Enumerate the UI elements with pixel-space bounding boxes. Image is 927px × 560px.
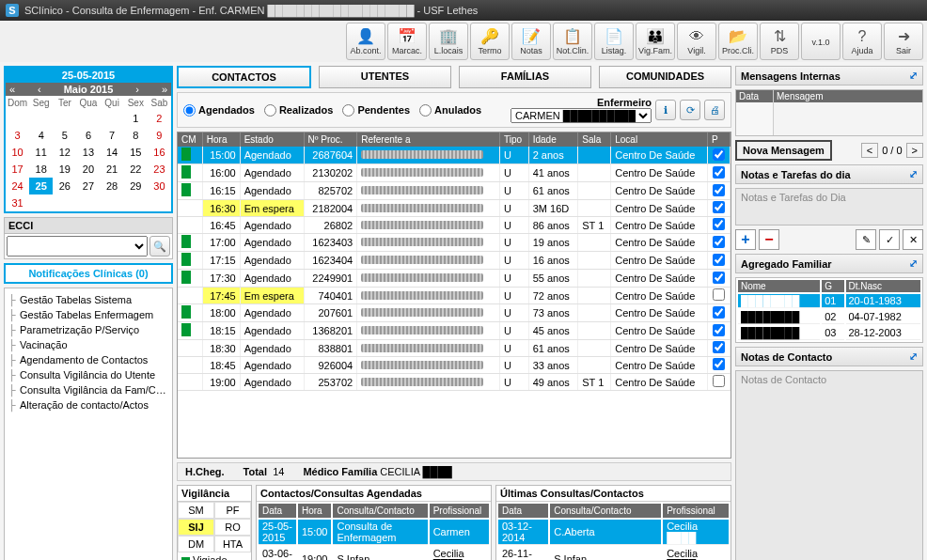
toolbar-notas[interactable]: 📝Notas <box>511 23 551 60</box>
filter-anulados[interactable]: Anulados <box>419 104 481 117</box>
appointment-row[interactable]: 15:00Agendado2687604U2 anosCentro De Saú… <box>178 147 731 164</box>
msg-next[interactable]: > <box>906 143 923 158</box>
toolbar-pds[interactable]: ⇅PDS <box>760 23 799 60</box>
tab-utentes[interactable]: UTENTES <box>319 66 451 88</box>
refresh-icon[interactable]: ⟳ <box>680 100 700 120</box>
calendar-day[interactable]: 31 <box>6 194 29 211</box>
tree-item[interactable]: Gestão Tabelas Enfermagem <box>7 307 170 322</box>
calendar-day[interactable]: 27 <box>76 178 100 194</box>
appointment-row[interactable]: 17:45Em espera740401U72 anosCentro De Sa… <box>178 288 731 304</box>
toolbar-llocais[interactable]: 🏢L.locais <box>429 23 468 60</box>
row[interactable]: 03-06-201519:00S.Infan.Cecilia ████ <box>259 547 489 560</box>
calendar-day[interactable]: 8 <box>124 127 148 144</box>
new-message-button[interactable]: Nova Mensagem <box>735 140 832 161</box>
toolbar-v10[interactable]: v.1.0 <box>801 23 841 60</box>
row[interactable]: 25-05-201515:00Consulta de EnfermagemCar… <box>259 520 489 545</box>
filter-agendados[interactable]: Agendados <box>183 104 255 117</box>
agg-row[interactable]: ████████0204-07-1982 <box>738 310 920 324</box>
appointment-row[interactable]: 17:00Agendado1623403U19 anosCentro De Sa… <box>178 234 731 252</box>
vig-cell[interactable]: SM <box>178 502 214 519</box>
expand-icon[interactable]: ⤢ <box>909 70 918 82</box>
appointment-row[interactable]: 16:30Em espera2182004U3M 16DCentro De Sa… <box>178 200 731 217</box>
calendar-day[interactable]: 21 <box>101 161 124 178</box>
tree-item[interactable]: Alteração de contacto/Actos <box>7 397 170 412</box>
expand-icon[interactable]: ⤢ <box>909 168 918 180</box>
calendar-day[interactable]: 29 <box>124 178 148 194</box>
clinical-notifications[interactable]: Notificações Clínicas (0) <box>4 263 173 284</box>
toolbar-listag[interactable]: 📄Listag. <box>594 23 634 60</box>
tree-item[interactable]: Consulta Vigilância do Utente <box>7 367 170 382</box>
calendar-day[interactable]: 17 <box>6 161 29 178</box>
appointment-row[interactable]: 18:00Agendado207601U73 anosCentro De Saú… <box>178 304 731 322</box>
cal-next-year[interactable]: » <box>160 84 169 95</box>
msg-prev[interactable]: < <box>861 143 878 158</box>
ecci-search-icon[interactable]: 🔍 <box>149 236 170 257</box>
calendar-day[interactable]: 26 <box>53 178 76 194</box>
ecci-select[interactable] <box>7 236 148 257</box>
vig-cell[interactable]: DM <box>178 536 214 552</box>
calendar-day[interactable]: 13 <box>76 144 100 161</box>
tab-contactos[interactable]: CONTACTOS <box>177 66 311 88</box>
row[interactable]: 26-11-2014S.Infan.Cecilia ████ <box>498 547 729 560</box>
tab-famílias[interactable]: FAMÍLIAS <box>459 66 591 88</box>
appointment-row[interactable]: 16:45Agendado26802U86 anosST 1Centro De … <box>178 217 731 234</box>
toolbar-marcac[interactable]: 📅Marcac. <box>387 23 427 60</box>
tree-item[interactable]: Parametrização P/Serviço <box>7 322 170 337</box>
tree-item[interactable]: Vacinação <box>7 337 170 352</box>
calendar-day[interactable]: 11 <box>29 144 53 161</box>
calendar-day[interactable]: 1 <box>124 110 148 127</box>
tree-item[interactable]: Agendamento de Contactos <box>7 352 170 367</box>
appointment-row[interactable]: 18:45Agendado926004U33 anosCentro De Saú… <box>178 357 731 374</box>
calendar-day[interactable]: 20 <box>76 161 100 178</box>
calendar-day[interactable]: 14 <box>101 144 124 161</box>
check-icon[interactable]: ✓ <box>879 229 900 250</box>
print-icon[interactable]: 🖨 <box>704 100 725 120</box>
calendar-day[interactable]: 16 <box>148 144 171 161</box>
toolbar-ajuda[interactable]: ?Ajuda <box>842 23 882 60</box>
add-icon[interactable]: + <box>735 229 756 250</box>
toolbar-proccli[interactable]: 📂Proc.Cli. <box>718 23 758 60</box>
calendar-day[interactable]: 4 <box>29 127 53 144</box>
cancel-icon[interactable]: ✕ <box>903 229 923 250</box>
toolbar-notclin[interactable]: 📋Not.Clin. <box>553 23 592 60</box>
cal-prev-month[interactable]: ‹ <box>36 84 43 95</box>
agg-row[interactable]: ████████0328-12-2003 <box>738 326 920 340</box>
calendar-day[interactable]: 24 <box>6 178 29 194</box>
edit-icon[interactable]: ✎ <box>856 229 876 250</box>
toolbar-sair[interactable]: ➜Sair <box>884 23 923 60</box>
calendar-day[interactable]: 28 <box>101 178 124 194</box>
calendar-day[interactable]: 5 <box>53 127 76 144</box>
calendar-day[interactable]: 12 <box>53 144 76 161</box>
appointment-row[interactable]: 19:00Agendado253702U49 anosST 1Centro De… <box>178 374 731 391</box>
appointment-row[interactable]: 18:30Agendado838801U61 anosCentro De Saú… <box>178 340 731 357</box>
calendar-day[interactable]: 22 <box>124 161 148 178</box>
vig-cell[interactable]: RO <box>214 519 251 536</box>
toolbar-abcont[interactable]: 👤Ab.cont. <box>346 23 385 60</box>
calendar-day[interactable]: 10 <box>6 144 29 161</box>
tab-comunidades[interactable]: COMUNIDADES <box>599 66 731 88</box>
calendar-day[interactable]: 6 <box>76 127 100 144</box>
calendar-day[interactable]: 30 <box>148 178 171 194</box>
vig-cell[interactable]: HTA <box>214 536 251 552</box>
tree-item[interactable]: Gestão Tabelas Sistema <box>7 292 170 307</box>
calendar-day[interactable]: 2 <box>148 110 171 127</box>
appointment-row[interactable]: 16:00Agendado2130202U41 anosCentro De Sa… <box>178 164 731 182</box>
remove-icon[interactable]: − <box>759 229 779 250</box>
agg-row[interactable]: ████████0120-01-1983 <box>738 294 920 308</box>
appointment-row[interactable]: 17:15Agendado1623404U16 anosCentro De Sa… <box>178 252 731 270</box>
tree-item[interactable]: Consulta Vigilância da Fam/Com <box>7 382 170 397</box>
calendar-day[interactable]: 15 <box>124 144 148 161</box>
nurse-select[interactable]: CARMEN ██████████... <box>511 108 652 123</box>
filter-pendentes[interactable]: Pendentes <box>342 104 410 117</box>
calendar-day[interactable]: 3 <box>6 127 29 144</box>
row[interactable]: 03-12-2014C.AbertaCecilia ████ <box>498 520 729 545</box>
vig-cell[interactable]: PF <box>214 502 251 519</box>
appointment-row[interactable]: 17:30Agendado2249901U55 anosCentro De Sa… <box>178 270 731 288</box>
calendar-day[interactable]: 19 <box>53 161 76 178</box>
toolbar-termo[interactable]: 🔑Termo <box>470 23 510 60</box>
toolbar-vigil[interactable]: 👁Vigil. <box>677 23 716 60</box>
expand-icon[interactable]: ⤢ <box>909 257 918 270</box>
appointment-row[interactable]: 16:15Agendado825702U61 anosCentro De Saú… <box>178 182 731 200</box>
toolbar-vigfam[interactable]: 👪Vig.Fam. <box>636 23 675 60</box>
expand-icon[interactable]: ⤢ <box>909 350 918 363</box>
